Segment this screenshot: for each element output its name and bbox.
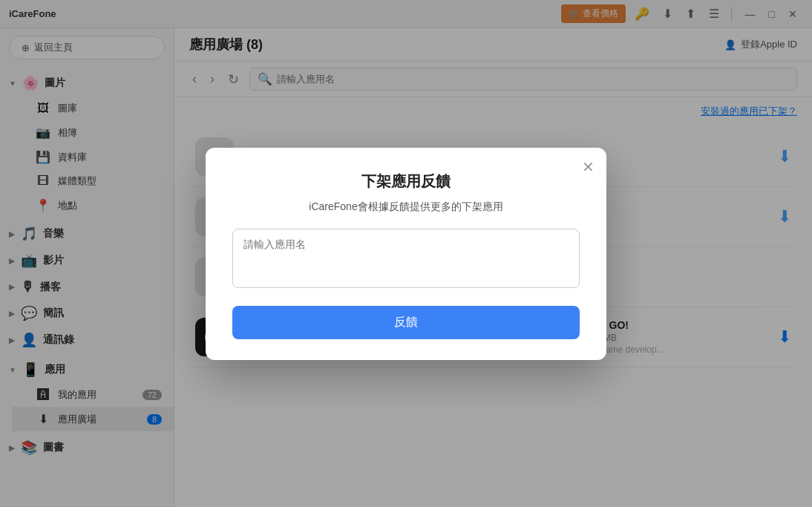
modal-close-button[interactable]: ✕: [582, 158, 595, 176]
modal-app-name-input[interactable]: [232, 229, 580, 288]
modal-subtitle: iCareFone會根據反饋提供更多的下架應用: [232, 200, 580, 214]
modal-title: 下架應用反饋: [232, 171, 580, 192]
modal-overlay: ✕ 下架應用反饋 iCareFone會根據反饋提供更多的下架應用 反饋: [0, 0, 812, 507]
feedback-modal: ✕ 下架應用反饋 iCareFone會根據反饋提供更多的下架應用 反饋: [206, 148, 606, 360]
modal-submit-button[interactable]: 反饋: [232, 306, 580, 339]
